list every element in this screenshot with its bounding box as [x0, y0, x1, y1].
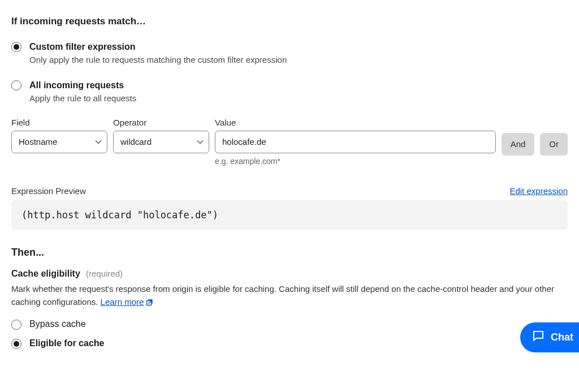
match-option-all[interactable]: All incoming requests Apply the rule to … [11, 79, 568, 105]
radio-all-label-group: All incoming requests Apply the rule to … [29, 79, 136, 105]
and-button[interactable]: And [502, 133, 535, 156]
value-hint: e.g. example.com* [215, 157, 496, 166]
then-heading: Then... [11, 247, 568, 259]
match-section: If incoming requests match… Custom filte… [11, 16, 568, 105]
radio-bypass-label: Bypass cache [29, 319, 86, 329]
field-select[interactable]: Hostname [11, 131, 107, 153]
radio-eligible-label: Eligible for cache [29, 338, 104, 348]
operator-select[interactable]: wildcard [113, 131, 209, 153]
radio-all-desc: Apply the rule to all requests [29, 92, 136, 105]
match-option-custom[interactable]: Custom filter expression Only apply the … [11, 41, 568, 67]
field-group-operator: Operator wildcard [113, 118, 209, 153]
radio-custom[interactable] [11, 42, 21, 52]
field-label: Field [11, 118, 107, 127]
radio-custom-label-group: Custom filter expression Only apply the … [29, 41, 287, 67]
cache-required: (required) [86, 269, 123, 278]
chat-label: Chat [551, 331, 573, 343]
radio-bypass[interactable] [11, 320, 21, 330]
value-label: Value [215, 118, 496, 127]
radio-custom-title: Custom filter expression [29, 41, 287, 53]
field-group-value: Value e.g. example.com* [215, 118, 496, 166]
cache-option-eligible[interactable]: Eligible for cache [11, 338, 568, 349]
chat-widget[interactable]: Chat [520, 322, 579, 352]
preview-label: Expression Preview [11, 186, 86, 196]
cache-eligibility-section: Cache eligibility (required) Mark whethe… [11, 269, 568, 350]
chat-icon [532, 329, 545, 346]
cache-desc: Mark whether the request's response from… [11, 282, 568, 310]
operator-label: Operator [113, 118, 209, 127]
learn-more-link[interactable]: Learn more [101, 297, 144, 307]
radio-eligible[interactable] [11, 339, 21, 349]
radio-all[interactable] [11, 80, 21, 91]
edit-expression-link[interactable]: Edit expression [509, 186, 568, 196]
cache-option-bypass[interactable]: Bypass cache [11, 318, 568, 330]
or-button[interactable]: Or [540, 133, 568, 156]
field-group-field: Field Hostname [11, 118, 107, 153]
radio-all-title: All incoming requests [29, 79, 136, 92]
value-input[interactable] [215, 131, 496, 153]
cache-title: Cache eligibility [11, 269, 80, 278]
cache-desc-text: Mark whether the request's response from… [11, 284, 554, 307]
radio-custom-desc: Only apply the rule to requests matching… [29, 54, 287, 67]
preview-header: Expression Preview Edit expression [11, 186, 568, 196]
expression-preview: (http.host wildcard "holocafe.de") [11, 200, 568, 230]
match-heading: If incoming requests match… [11, 16, 568, 27]
filter-row: Field Hostname Operator wildcard Value e… [11, 118, 568, 166]
external-link-icon [146, 296, 154, 309]
